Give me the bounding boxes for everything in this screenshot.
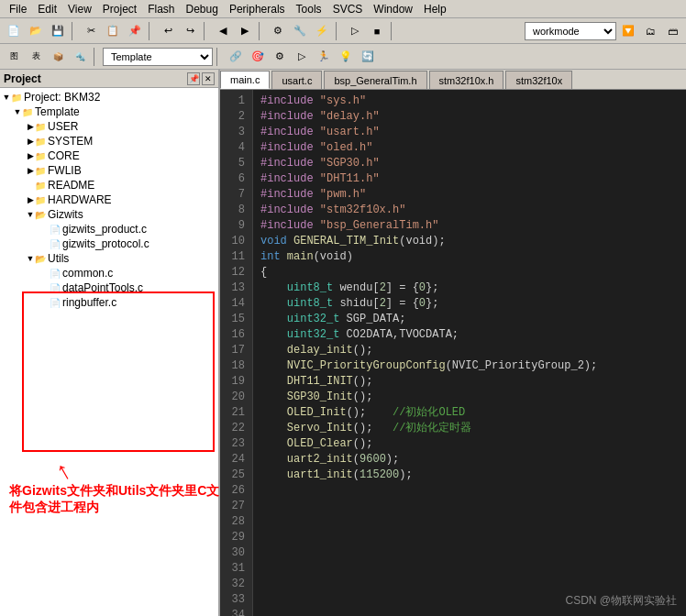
code-line: OLED_Init(); //初始化OLED: [260, 405, 679, 421]
gizwits-protocol-file-icon: 📄: [50, 239, 61, 249]
gizwits-product-file-icon: 📄: [50, 225, 61, 235]
workmode-btn3[interactable]: 🗃: [662, 21, 682, 41]
fwlib-folder-icon: 📁: [35, 166, 46, 176]
tree-user[interactable]: ▶ 📁 USER: [0, 119, 218, 134]
open-button[interactable]: 📂: [26, 21, 46, 41]
tab-stm32f10x-h[interactable]: stm32f10x.h: [429, 71, 504, 89]
code-line: int main(void): [260, 249, 679, 265]
menu-view[interactable]: View: [62, 2, 97, 16]
project-tree[interactable]: ▼ 📁 Project: BKM32 ▼ 📁 Template ▶ 📁 USER…: [0, 88, 218, 524]
menu-debug[interactable]: Debug: [181, 2, 224, 16]
tree-root[interactable]: ▼ 📁 Project: BKM32: [0, 90, 218, 104]
root-expand-icon: ▼: [2, 93, 11, 102]
tree-utils[interactable]: ▼ 📂 Utils: [0, 251, 218, 266]
workmode-select[interactable]: workmode: [525, 22, 616, 40]
code-line: uart2_init(9600);: [260, 452, 679, 468]
tb2-reset-btn[interactable]: 🔄: [358, 47, 378, 67]
code-line: #include "SGP30.h": [260, 156, 679, 171]
editor-area: main.c usart.c bsp_GeneralTim.h stm32f10…: [220, 70, 686, 616]
root-icon: 📁: [11, 93, 22, 103]
code-line: {: [260, 265, 679, 280]
utils-label: Utils: [48, 252, 69, 265]
redo-button[interactable]: ↪: [180, 21, 200, 41]
tree-ringbuffer[interactable]: 📄 ringbuffer.c: [0, 295, 218, 310]
rebuild-button[interactable]: 🔧: [290, 21, 310, 41]
tab-usart-c[interactable]: usart.c: [271, 71, 322, 89]
menu-help[interactable]: Help: [418, 2, 452, 16]
code-line: #include "stm32f10x.h": [260, 203, 679, 218]
tree-template[interactable]: ▼ 📁 Template: [0, 104, 218, 119]
code-line: SGP30_Init();: [260, 390, 679, 405]
hardware-label: HARDWARE: [48, 193, 112, 206]
menu-window[interactable]: Window: [368, 2, 418, 16]
tb2-run2-btn[interactable]: 🏃: [314, 47, 334, 67]
tb2-btn3[interactable]: 📦: [48, 47, 68, 67]
menu-peripherals[interactable]: Peripherals: [224, 2, 291, 16]
common-label: common.c: [62, 267, 113, 280]
workmode-btn2[interactable]: 🗂: [640, 21, 660, 41]
tree-system[interactable]: ▶ 📁 SYSTEM: [0, 134, 218, 148]
gizwits-expand-icon: ▼: [26, 210, 35, 219]
code-line: DHT11_INIT();: [260, 374, 679, 390]
tree-datapointtools[interactable]: 📄 dataPointTools.c: [0, 280, 218, 295]
workmode-btn1[interactable]: 🔽: [618, 21, 638, 41]
tab-bsp-generaltim[interactable]: bsp_GeneralTim.h: [324, 71, 426, 89]
tab-stm32f10x[interactable]: stm32f10x: [505, 71, 572, 89]
tree-fwlib[interactable]: ▶ 📁 FWLIB: [0, 163, 218, 178]
readme-label: README: [48, 179, 94, 192]
tb2-target-btn[interactable]: 🎯: [248, 47, 268, 67]
tree-core[interactable]: ▶ 📁 CORE: [0, 148, 218, 163]
template-select[interactable]: Template: [103, 48, 213, 66]
template-label: Template: [35, 105, 80, 118]
main-layout: Project 📌 ✕ ▼ 📁 Project: BKM32 ▼ 📁 Templ…: [0, 70, 686, 616]
tab-main-c[interactable]: main.c: [220, 71, 270, 89]
fwd-button[interactable]: ▶: [235, 21, 255, 41]
save-button[interactable]: 💾: [48, 21, 68, 41]
back-button[interactable]: ◀: [213, 21, 233, 41]
menu-edit[interactable]: Edit: [32, 2, 62, 16]
menu-svcs[interactable]: SVCS: [327, 2, 369, 16]
root-label: Project: BKM32: [24, 91, 100, 104]
debug-stop-button[interactable]: ■: [367, 21, 387, 41]
new-button[interactable]: 📄: [4, 21, 24, 41]
code-line: Servo_Init(); //初始化定时器: [260, 421, 679, 436]
toolbar-separator-2: [149, 22, 154, 40]
panel-close-button[interactable]: ✕: [202, 72, 215, 85]
menu-file[interactable]: File: [4, 2, 32, 16]
tree-hardware[interactable]: ▶ 📁 HARDWARE: [0, 192, 218, 207]
menubar: File Edit View Project Flash Debug Perip…: [0, 0, 686, 18]
tb2-settings-btn[interactable]: ⚙: [270, 47, 290, 67]
code-line: uint8_t wendu[2] = {0};: [260, 280, 679, 296]
copy-button[interactable]: 📋: [103, 21, 123, 41]
panel-pin-button[interactable]: 📌: [187, 72, 200, 85]
tree-gizwits-protocol[interactable]: 📄 gizwits_protocol.c: [0, 236, 218, 251]
flash-button[interactable]: ⚡: [312, 21, 332, 41]
tb2-config-btn[interactable]: 🔗: [226, 47, 246, 67]
tb2-chip-btn[interactable]: 💡: [336, 47, 356, 67]
common-file-icon: 📄: [50, 269, 61, 279]
undo-button[interactable]: ↩: [158, 21, 178, 41]
paste-button[interactable]: 📌: [125, 21, 145, 41]
menu-tools[interactable]: Tools: [291, 2, 327, 16]
tree-common[interactable]: 📄 common.c: [0, 266, 218, 280]
tree-gizwits-product[interactable]: 📄 gizwits_product.c: [0, 222, 218, 236]
tb2-run-btn[interactable]: ▷: [292, 47, 312, 67]
project-panel: Project 📌 ✕ ▼ 📁 Project: BKM32 ▼ 📁 Templ…: [0, 70, 220, 616]
build-button[interactable]: ⚙: [268, 21, 288, 41]
readme-folder-icon: 📁: [35, 181, 46, 191]
toolbar2-sep1: [94, 48, 99, 66]
tb2-btn1[interactable]: 图: [4, 47, 24, 67]
hardware-folder-icon: 📁: [35, 195, 46, 205]
datapointtools-label: dataPointTools.c: [62, 281, 143, 294]
code-content: 1234567891011121314151617181920212223242…: [220, 90, 686, 616]
cut-button[interactable]: ✂: [81, 21, 101, 41]
menu-project[interactable]: Project: [97, 2, 142, 16]
code-line: void GENERAL_TIM_Init(void);: [260, 234, 679, 249]
tree-gizwits[interactable]: ▼ 📂 Gizwits: [0, 207, 218, 222]
tb2-btn2[interactable]: 表: [26, 47, 46, 67]
tb2-btn4[interactable]: 🔩: [70, 47, 90, 67]
menu-flash[interactable]: Flash: [142, 2, 180, 16]
tree-readme[interactable]: 📁 README: [0, 178, 218, 192]
code-line: #include "usart.h": [260, 125, 679, 140]
debug-start-button[interactable]: ▷: [345, 21, 365, 41]
